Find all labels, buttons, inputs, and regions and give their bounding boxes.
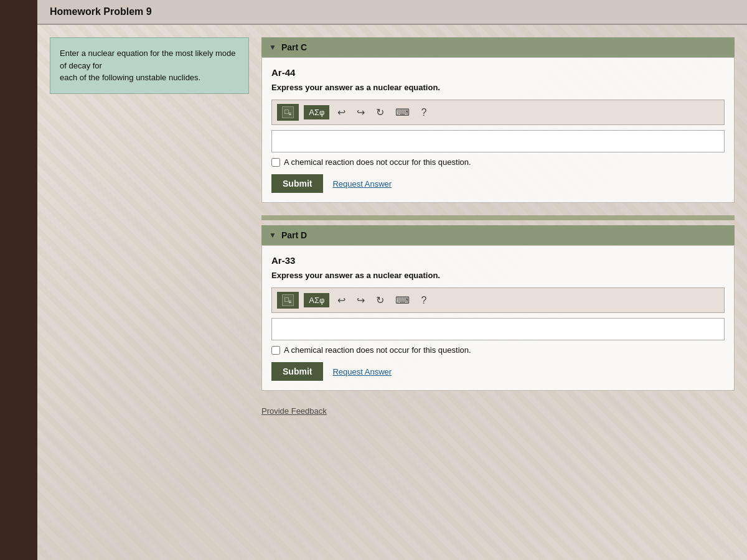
symbol-label: ΑΣφ [309, 108, 324, 117]
part-d-request-answer-button[interactable]: Request Answer [332, 367, 392, 376]
part-c-refresh-btn[interactable]: ↻ [373, 105, 387, 119]
part-d-no-reaction-checkbox[interactable] [271, 346, 280, 355]
part-d-label: Part D [281, 230, 307, 240]
part-c-keyboard-btn[interactable]: ⌨ [392, 105, 413, 119]
part-c-template-btn[interactable]: □≡ [277, 104, 299, 121]
part-d-instruction: Express your answer as a nuclear equatio… [271, 271, 725, 280]
part-c-symbol-btn[interactable]: ΑΣφ [304, 105, 329, 119]
part-d-checkbox-row: A chemical reaction does not occur for t… [271, 345, 725, 355]
part-c-body: Ar-44 Express your answer as a nuclear e… [261, 57, 735, 203]
part-c-toolbar: □≡ ΑΣφ ↩ ↪ ↻ ⌨ ? [271, 100, 725, 125]
description-line2: each of the following unstable nuclides. [60, 73, 200, 82]
part-d-refresh-btn[interactable]: ↻ [373, 293, 387, 307]
part-c-nuclide: Ar-44 [271, 67, 725, 78]
part-c-header: ▼ Part C [261, 37, 735, 57]
part-d-submit-button[interactable]: Submit [271, 362, 323, 381]
left-sidebar [0, 0, 37, 560]
part-d-symbol-label: ΑΣφ [309, 296, 324, 305]
main-content: Homework Problem 9 Enter a nuclear equat… [37, 0, 747, 560]
description-line1: Enter a nuclear equation for the most li… [60, 49, 236, 70]
part-d-undo-btn[interactable]: ↩ [334, 293, 349, 307]
part-c-action-row: Submit Request Answer [271, 174, 725, 193]
part-d-template-btn[interactable]: □≡ [277, 292, 299, 309]
part-d-template-icon: □≡ [282, 294, 294, 306]
part-c-help-btn[interactable]: ? [418, 106, 430, 119]
part-c-section: ▼ Part C Ar-44 Express your answer as a … [261, 37, 735, 203]
template-icon: □≡ [282, 106, 294, 118]
left-panel: Enter a nuclear equation for the most li… [50, 37, 249, 419]
part-c-label: Part C [281, 42, 307, 52]
part-c-checkbox-label: A chemical reaction does not occur for t… [284, 157, 471, 167]
part-d-action-row: Submit Request Answer [271, 362, 725, 381]
content-area: Enter a nuclear equation for the most li… [37, 25, 747, 431]
part-c-request-answer-button[interactable]: Request Answer [332, 179, 392, 189]
part-d-arrow: ▼ [269, 231, 276, 240]
part-d-header: ▼ Part D [261, 225, 735, 245]
part-d-help-btn[interactable]: ? [418, 294, 430, 307]
page-header: Homework Problem 9 [37, 0, 747, 25]
part-c-arrow: ▼ [269, 43, 276, 52]
part-c-equation-input[interactable] [271, 130, 725, 152]
provide-feedback-link[interactable]: Provide Feedback [261, 403, 735, 419]
part-d-equation-input[interactable] [271, 318, 725, 340]
part-c-no-reaction-checkbox[interactable] [271, 158, 280, 167]
part-d-section: ▼ Part D Ar-33 Express your answer as a … [261, 215, 735, 391]
part-d-keyboard-btn[interactable]: ⌨ [392, 293, 413, 307]
part-c-checkbox-row: A chemical reaction does not occur for t… [271, 157, 725, 167]
part-d-symbol-btn[interactable]: ΑΣφ [304, 293, 329, 307]
part-c-instruction: Express your answer as a nuclear equatio… [271, 83, 725, 92]
part-d-body: Ar-33 Express your answer as a nuclear e… [261, 245, 735, 391]
page-title: Homework Problem 9 [50, 6, 152, 17]
part-d-divider [261, 215, 735, 220]
part-d-toolbar: □≡ ΑΣφ ↩ ↪ ↻ ⌨ ? [271, 287, 725, 313]
part-c-redo-btn[interactable]: ↪ [354, 105, 368, 119]
right-panel: ▼ Part C Ar-44 Express your answer as a … [261, 37, 735, 419]
part-d-redo-btn[interactable]: ↪ [354, 293, 368, 307]
part-c-undo-btn[interactable]: ↩ [334, 105, 349, 119]
problem-description: Enter a nuclear equation for the most li… [50, 37, 249, 94]
part-c-submit-button[interactable]: Submit [271, 174, 323, 193]
part-d-nuclide: Ar-33 [271, 255, 725, 266]
part-d-checkbox-label: A chemical reaction does not occur for t… [284, 345, 471, 355]
